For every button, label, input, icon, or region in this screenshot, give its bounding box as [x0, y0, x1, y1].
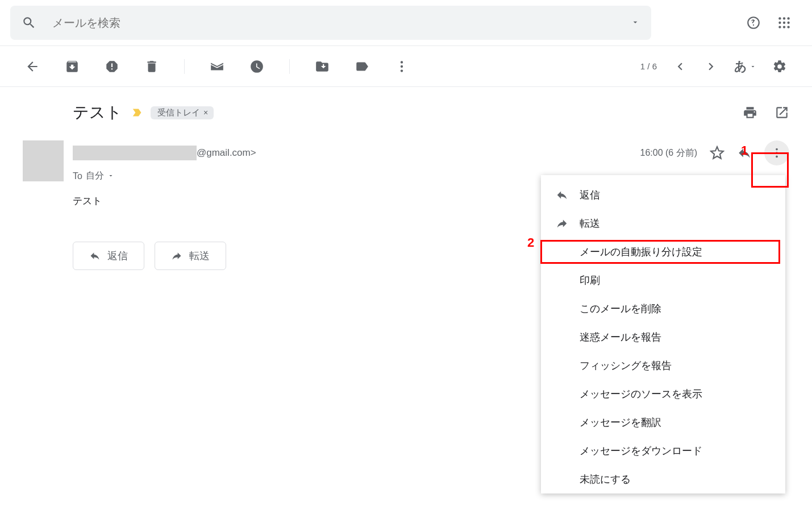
- menu-forward[interactable]: 転送: [541, 209, 785, 238]
- important-marker-icon[interactable]: [131, 106, 144, 119]
- svg-point-9: [401, 61, 403, 63]
- menu-download-label: メッセージをダウンロード: [580, 444, 702, 458]
- inbox-label-chip[interactable]: 受信トレイ ×: [151, 106, 214, 119]
- forward-button-label: 転送: [189, 249, 210, 263]
- toolbar-left: [25, 59, 409, 74]
- menu-print[interactable]: 印刷: [541, 266, 785, 295]
- menu-phishing-label: フィッシングを報告: [580, 359, 672, 372]
- menu-filter-label: メールの自動振り分け設定: [580, 245, 702, 259]
- menu-delete[interactable]: このメールを削除: [541, 295, 785, 323]
- report-spam-icon[interactable]: [105, 59, 119, 74]
- header-row: [0, 0, 812, 45]
- support-icon[interactable]: [746, 15, 761, 30]
- svg-point-7: [783, 26, 785, 28]
- menu-show-original[interactable]: メッセージのソースを表示: [541, 380, 785, 408]
- prev-icon[interactable]: [673, 59, 688, 74]
- to-prefix: To: [73, 171, 82, 181]
- message-header-actions: [743, 105, 789, 120]
- menu-mark-unread[interactable]: 未読にする: [541, 465, 785, 493]
- print-icon[interactable]: [743, 105, 757, 120]
- input-method-label: あ: [734, 58, 747, 75]
- reply-button[interactable]: 返信: [73, 242, 144, 270]
- svg-point-4: [783, 22, 785, 24]
- message-timestamp: 16:00 (6 分前): [640, 147, 697, 159]
- forward-button[interactable]: 転送: [155, 242, 226, 270]
- search-input[interactable]: [52, 16, 631, 30]
- separator: [184, 59, 185, 74]
- input-method-indicator[interactable]: あ: [734, 58, 756, 75]
- menu-mark-unread-label: 未読にする: [580, 472, 631, 486]
- svg-point-11: [401, 69, 403, 72]
- message-header: テスト 受信トレイ ×: [0, 87, 812, 127]
- svg-point-0: [778, 17, 781, 19]
- svg-point-3: [778, 22, 781, 24]
- menu-forward-label: 転送: [580, 217, 600, 230]
- menu-translate-label: メッセージを翻訳: [580, 416, 661, 429]
- remove-label-icon[interactable]: ×: [203, 108, 208, 117]
- inbox-label-text: 受信トレイ: [157, 107, 200, 118]
- svg-point-2: [787, 17, 789, 19]
- toolbar-group-1: [65, 59, 159, 74]
- toolbar-group-2: [210, 59, 264, 74]
- message-more-menu: 返信 転送 メールの自動振り分け設定 印刷 このメールを削除 迷惑メールを報告 …: [541, 175, 785, 493]
- svg-point-6: [778, 26, 781, 28]
- sender-name-redacted: [73, 146, 197, 160]
- back-icon[interactable]: [25, 59, 40, 74]
- toolbar: 1 / 6 あ: [0, 46, 812, 87]
- menu-print-label: 印刷: [580, 273, 600, 287]
- avatar: [23, 140, 64, 181]
- snooze-icon[interactable]: [249, 59, 264, 74]
- page-counter: 1 / 6: [640, 61, 657, 71]
- mark-unread-icon[interactable]: [210, 59, 224, 74]
- reply-icon: [556, 189, 577, 201]
- next-icon[interactable]: [703, 59, 718, 74]
- reply-button-label: 返信: [107, 249, 128, 263]
- sender-meta: 16:00 (6 分前): [640, 140, 789, 165]
- menu-reply-label: 返信: [580, 188, 600, 202]
- separator: [289, 59, 290, 74]
- subject: テスト: [73, 102, 122, 123]
- sender-email-suffix: @gmail.com>: [197, 147, 256, 159]
- search-options-caret-icon[interactable]: [631, 18, 640, 28]
- toolbar-right: 1 / 6 あ: [640, 58, 787, 75]
- move-to-icon[interactable]: [315, 59, 330, 74]
- open-new-window-icon[interactable]: [774, 105, 789, 120]
- archive-icon[interactable]: [65, 59, 80, 74]
- reply-icon[interactable]: [737, 146, 752, 160]
- message-more-button[interactable]: [764, 140, 789, 165]
- svg-point-1: [783, 17, 785, 19]
- menu-translate[interactable]: メッセージを翻訳: [541, 408, 785, 437]
- menu-show-original-label: メッセージのソースを表示: [580, 387, 702, 401]
- search-box[interactable]: [10, 6, 651, 40]
- svg-point-10: [401, 65, 403, 67]
- apps-grid-icon[interactable]: [777, 15, 792, 30]
- menu-reply[interactable]: 返信: [541, 181, 785, 209]
- menu-filter[interactable]: メールの自動振り分け設定: [541, 238, 785, 266]
- svg-point-8: [787, 26, 789, 28]
- delete-icon[interactable]: [144, 59, 159, 74]
- menu-phishing[interactable]: フィッシングを報告: [541, 351, 785, 380]
- sender-top: @gmail.com> 16:00 (6 分前): [73, 140, 789, 165]
- settings-gear-icon[interactable]: [772, 59, 787, 74]
- more-icon[interactable]: [394, 59, 409, 74]
- menu-download[interactable]: メッセージをダウンロード: [541, 437, 785, 465]
- menu-spam-label: 迷惑メールを報告: [580, 330, 661, 344]
- header-right: [746, 15, 792, 30]
- menu-delete-label: このメールを削除: [580, 302, 661, 316]
- labels-icon[interactable]: [355, 59, 369, 74]
- svg-point-12: [776, 148, 778, 151]
- to-details-caret-icon[interactable]: [107, 172, 114, 180]
- forward-icon: [556, 217, 577, 230]
- menu-spam[interactable]: 迷惑メールを報告: [541, 323, 785, 351]
- svg-point-5: [787, 22, 789, 24]
- svg-point-14: [776, 156, 778, 158]
- to-value: 自分: [86, 170, 104, 182]
- star-icon[interactable]: [710, 146, 724, 160]
- search-icon[interactable]: [22, 15, 36, 30]
- svg-point-13: [776, 152, 778, 154]
- toolbar-group-3: [315, 59, 409, 74]
